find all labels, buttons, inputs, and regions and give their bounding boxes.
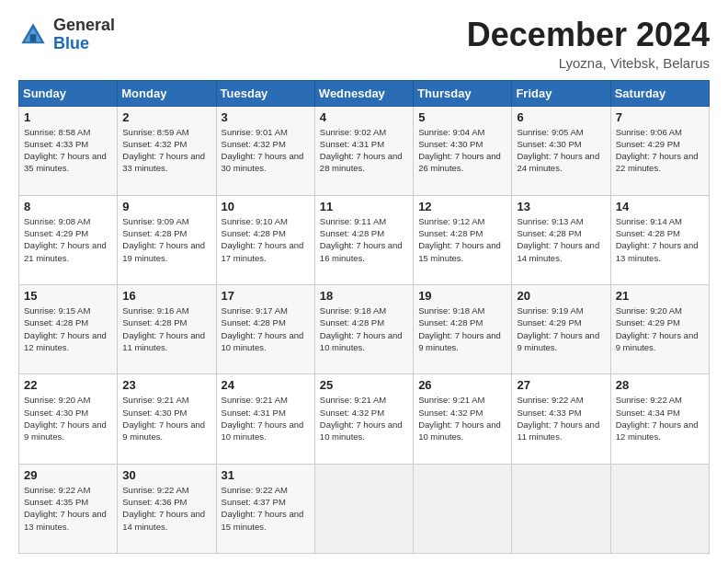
day-number: 16 [122, 289, 210, 303]
calendar-week-row: 15Sunrise: 9:15 AMSunset: 4:28 PMDayligh… [19, 285, 710, 374]
calendar-day-cell: 22Sunrise: 9:20 AMSunset: 4:30 PMDayligh… [19, 374, 118, 464]
day-number: 27 [517, 378, 605, 392]
day-info: Sunrise: 9:21 AMSunset: 4:31 PMDaylight:… [222, 395, 304, 442]
location: Lyozna, Vitebsk, Belarus [467, 55, 710, 71]
month-title: December 2024 [467, 17, 710, 53]
calendar-day-cell: 29Sunrise: 9:22 AMSunset: 4:35 PMDayligh… [19, 464, 118, 553]
day-info: Sunrise: 9:04 AMSunset: 4:30 PMDaylight:… [418, 127, 501, 174]
day-info: Sunrise: 8:59 AMSunset: 4:32 PMDaylight:… [122, 127, 205, 174]
calendar-day-cell [414, 464, 512, 553]
day-number: 6 [517, 110, 605, 124]
day-number: 26 [418, 378, 506, 392]
day-info: Sunrise: 9:19 AMSunset: 4:29 PMDaylight:… [517, 305, 599, 352]
calendar-week-row: 8Sunrise: 9:08 AMSunset: 4:29 PMDaylight… [19, 195, 710, 284]
day-info: Sunrise: 9:08 AMSunset: 4:29 PMDaylight:… [24, 216, 107, 263]
day-info: Sunrise: 9:05 AMSunset: 4:30 PMDaylight:… [517, 127, 599, 174]
day-info: Sunrise: 9:20 AMSunset: 4:30 PMDaylight:… [24, 395, 107, 442]
day-info: Sunrise: 9:15 AMSunset: 4:28 PMDaylight:… [24, 305, 107, 352]
day-number: 24 [222, 378, 310, 392]
day-number: 22 [24, 378, 112, 392]
day-info: Sunrise: 9:18 AMSunset: 4:28 PMDaylight:… [320, 305, 403, 352]
calendar-day-cell [512, 464, 610, 553]
calendar-day-cell: 5Sunrise: 9:04 AMSunset: 4:30 PMDaylight… [414, 106, 512, 195]
day-number: 20 [517, 289, 605, 303]
day-info: Sunrise: 9:22 AMSunset: 4:37 PMDaylight:… [222, 485, 304, 532]
page: General Blue December 2024 Lyozna, Viteb… [0, 0, 728, 563]
calendar-day-cell: 9Sunrise: 9:09 AMSunset: 4:28 PMDaylight… [118, 195, 216, 284]
day-number: 4 [320, 110, 408, 124]
calendar-day-cell: 1Sunrise: 8:58 AMSunset: 4:33 PMDaylight… [19, 106, 118, 195]
day-info: Sunrise: 9:09 AMSunset: 4:28 PMDaylight:… [122, 216, 205, 263]
calendar-week-row: 29Sunrise: 9:22 AMSunset: 4:35 PMDayligh… [19, 464, 710, 553]
calendar-day-cell: 30Sunrise: 9:22 AMSunset: 4:36 PMDayligh… [118, 464, 216, 553]
day-number: 21 [616, 289, 704, 303]
day-number: 19 [418, 289, 506, 303]
day-number: 28 [616, 378, 704, 392]
day-number: 11 [320, 200, 408, 213]
day-info: Sunrise: 9:21 AMSunset: 4:30 PMDaylight:… [122, 395, 205, 442]
day-info: Sunrise: 9:11 AMSunset: 4:28 PMDaylight:… [320, 216, 403, 263]
logo-blue: Blue [53, 34, 89, 52]
calendar-day-cell [314, 464, 413, 553]
calendar-day-cell: 7Sunrise: 9:06 AMSunset: 4:29 PMDaylight… [610, 106, 709, 195]
title-block: December 2024 Lyozna, Vitebsk, Belarus [467, 17, 710, 71]
calendar-day-cell [610, 464, 709, 553]
calendar-day-cell: 4Sunrise: 9:02 AMSunset: 4:31 PMDaylight… [314, 106, 413, 195]
day-number: 17 [222, 289, 310, 303]
day-number: 31 [222, 468, 310, 482]
day-number: 12 [418, 200, 506, 213]
calendar-week-row: 1Sunrise: 8:58 AMSunset: 4:33 PMDaylight… [19, 106, 710, 195]
day-number: 25 [320, 378, 408, 392]
day-number: 18 [320, 289, 408, 303]
day-info: Sunrise: 9:21 AMSunset: 4:32 PMDaylight:… [418, 395, 501, 442]
day-info: Sunrise: 9:17 AMSunset: 4:28 PMDaylight:… [222, 305, 304, 352]
calendar-table: SundayMondayTuesdayWednesdayThursdayFrid… [18, 80, 710, 554]
calendar-day-cell: 28Sunrise: 9:22 AMSunset: 4:34 PMDayligh… [610, 374, 709, 464]
calendar-day-cell: 13Sunrise: 9:13 AMSunset: 4:28 PMDayligh… [512, 195, 610, 284]
calendar-day-cell: 15Sunrise: 9:15 AMSunset: 4:28 PMDayligh… [19, 285, 118, 374]
day-info: Sunrise: 9:13 AMSunset: 4:28 PMDaylight:… [517, 216, 599, 263]
calendar-day-cell: 3Sunrise: 9:01 AMSunset: 4:32 PMDaylight… [216, 106, 314, 195]
calendar-day-cell: 16Sunrise: 9:16 AMSunset: 4:28 PMDayligh… [118, 285, 216, 374]
calendar-day-cell: 25Sunrise: 9:21 AMSunset: 4:32 PMDayligh… [314, 374, 413, 464]
day-info: Sunrise: 9:22 AMSunset: 4:36 PMDaylight:… [122, 485, 205, 532]
day-info: Sunrise: 9:16 AMSunset: 4:28 PMDaylight:… [122, 305, 205, 352]
header: General Blue December 2024 Lyozna, Viteb… [18, 17, 710, 71]
day-number: 15 [24, 289, 112, 303]
day-number: 7 [616, 110, 704, 124]
day-number: 5 [418, 110, 506, 124]
day-info: Sunrise: 9:22 AMSunset: 4:35 PMDaylight:… [24, 485, 107, 532]
calendar-day-cell: 20Sunrise: 9:19 AMSunset: 4:29 PMDayligh… [512, 285, 610, 374]
calendar-week-row: 22Sunrise: 9:20 AMSunset: 4:30 PMDayligh… [19, 374, 710, 464]
day-number: 13 [517, 200, 605, 213]
calendar-day-cell: 21Sunrise: 9:20 AMSunset: 4:29 PMDayligh… [610, 285, 709, 374]
day-number: 29 [24, 468, 112, 482]
weekday-header: Monday [118, 80, 216, 106]
day-info: Sunrise: 9:21 AMSunset: 4:32 PMDaylight:… [320, 395, 403, 442]
calendar-day-cell: 12Sunrise: 9:12 AMSunset: 4:28 PMDayligh… [414, 195, 512, 284]
day-info: Sunrise: 9:20 AMSunset: 4:29 PMDaylight:… [616, 305, 699, 352]
logo-text: General Blue [53, 17, 115, 53]
weekday-header: Wednesday [314, 80, 413, 106]
logo: General Blue [18, 17, 115, 53]
day-number: 10 [222, 200, 310, 213]
day-number: 3 [222, 110, 310, 124]
calendar-day-cell: 14Sunrise: 9:14 AMSunset: 4:28 PMDayligh… [610, 195, 709, 284]
day-number: 8 [24, 200, 112, 213]
calendar-day-cell: 26Sunrise: 9:21 AMSunset: 4:32 PMDayligh… [414, 374, 512, 464]
weekday-header: Tuesday [216, 80, 314, 106]
weekday-header: Saturday [610, 80, 709, 106]
logo-general: General [53, 16, 115, 34]
day-info: Sunrise: 9:14 AMSunset: 4:28 PMDaylight:… [616, 216, 699, 263]
day-number: 23 [122, 378, 210, 392]
day-info: Sunrise: 9:22 AMSunset: 4:34 PMDaylight:… [616, 395, 699, 442]
calendar-day-cell: 11Sunrise: 9:11 AMSunset: 4:28 PMDayligh… [314, 195, 413, 284]
calendar-day-cell: 8Sunrise: 9:08 AMSunset: 4:29 PMDaylight… [19, 195, 118, 284]
calendar-day-cell: 2Sunrise: 8:59 AMSunset: 4:32 PMDaylight… [118, 106, 216, 195]
day-info: Sunrise: 8:58 AMSunset: 4:33 PMDaylight:… [24, 127, 107, 174]
day-info: Sunrise: 9:06 AMSunset: 4:29 PMDaylight:… [616, 127, 699, 174]
day-info: Sunrise: 9:12 AMSunset: 4:28 PMDaylight:… [418, 216, 501, 263]
calendar-day-cell: 24Sunrise: 9:21 AMSunset: 4:31 PMDayligh… [216, 374, 314, 464]
day-number: 2 [122, 110, 210, 124]
day-info: Sunrise: 9:18 AMSunset: 4:28 PMDaylight:… [418, 305, 501, 352]
